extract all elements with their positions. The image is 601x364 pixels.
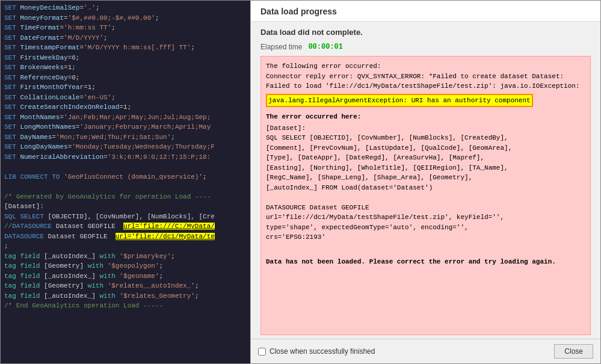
code-line: SET NumericalAbbreviation='3:k;6:M;9:G;1…: [4, 152, 247, 162]
close-when-finished-checkbox[interactable]: [258, 348, 266, 356]
code-line: [Dataset]:: [4, 202, 247, 212]
highlighted-error: java.lang.IllegalArgumentException: URI …: [266, 94, 533, 108]
elapsed-label: Elapsed time: [260, 43, 302, 51]
code-line: //DATASOURCE Dataset GEOFILE url='file:/…: [4, 221, 247, 232]
error-message-1: Connector reply error: QVX_SYNTAX_ERROR:…: [266, 72, 585, 91]
code-line: SET TimestampFormat='M/D/YYYY h:mm:ss[.f…: [4, 43, 247, 53]
close-when-finished-label: Close when successfully finished: [270, 347, 375, 356]
code-line: SQL SELECT [OBJECTID], [CovNumber], [Num…: [4, 212, 247, 222]
dialog-title: Data load progress: [260, 7, 591, 16]
checkbox-row[interactable]: Close when successfully finished: [258, 347, 375, 356]
error-output-box[interactable]: The following error occurred: Connector …: [260, 56, 591, 335]
error-occurred-here-title: The error occurred here:: [266, 112, 585, 122]
code-line: tag field [Geometry] with '$relates__aut…: [4, 281, 247, 291]
code-line: SET CollationLocale='en-US';: [4, 93, 247, 103]
final-error-message: Data has not been loaded. Please correct…: [266, 247, 585, 267]
code-line: SET LongMonthNames='January;February;Mar…: [4, 122, 247, 132]
error-sql-block: [Dataset]: SQL SELECT [OBJECTID], [CovNu…: [266, 123, 585, 193]
code-line: SET LongDayNames='Monday;Tuesday;Wednesd…: [4, 142, 247, 152]
elapsed-row: Elapsed time 00:00:01: [260, 43, 591, 51]
dialog-footer: Close when successfully finished Close: [251, 339, 600, 363]
close-button[interactable]: Close: [554, 344, 593, 359]
code-line: tag field [_autoIndex_] with '$geoname';: [4, 271, 247, 282]
code-line: SET CreateSearchIndexOnReload=1;: [4, 102, 247, 113]
dialog-body: Data load did not complete. Elapsed time…: [251, 22, 600, 339]
code-line: /* End GeoAnalytics operation Load -----: [4, 301, 247, 311]
code-line: LIB CONNECT TO 'GeoPlusConnect (domain_q…: [4, 172, 247, 182]
code-line: SET FirstWeekDay=6;: [4, 53, 247, 63]
code-line: SET TimeFormat='h:mm:ss TT';: [4, 23, 247, 33]
elapsed-value: 00:00:01: [308, 43, 343, 51]
code-line: [4, 162, 247, 172]
code-line: [4, 182, 247, 192]
main-container: SET MoneyDecimalSep='.'; SET MoneyFormat…: [0, 0, 601, 364]
load-status: Data load did not complete.: [260, 28, 591, 37]
error-highlight-block: java.lang.IllegalArgumentException: URI …: [266, 94, 585, 108]
code-line: SET MoneyFormat='$#,##0.00;-$#,##0.00';: [4, 13, 247, 23]
code-editor-panel: SET MoneyDecimalSep='.'; SET MoneyFormat…: [1, 1, 250, 363]
code-line: SET MoneyDecimalSep='.';: [4, 3, 247, 13]
code-line: tag field [Geometry] with '$geopolygon';: [4, 261, 247, 271]
code-line: SET DateFormat='M/D/YYYY';: [4, 33, 247, 43]
error-intro: The following error occurred:: [266, 61, 585, 72]
code-line: SET DayNames='Mon;Tue;Wed;Thu;Fri;Sat;Su…: [4, 132, 247, 143]
error-datasource-block: DATASOURCE Dataset GEOFILE url='file://d…: [266, 203, 585, 242]
code-line: DATASOURCE Dataset GEOFILE url='file://d…: [4, 232, 247, 242]
code-line: SET FirstMonthOfYear=1;: [4, 82, 247, 93]
code-line: tag field [_autoIndex_] with '$primaryke…: [4, 251, 247, 262]
code-line: tag field [_autoIndex_] with '$relates_G…: [4, 291, 247, 301]
code-line: SET ReferenceDay=0;: [4, 73, 247, 83]
code-line: ;: [4, 241, 247, 251]
code-line: SET MonthNames='Jan;Feb;Mar;Apr;May;Jun;…: [4, 113, 247, 123]
dialog-header: Data load progress: [251, 1, 600, 22]
code-line: SET BrokenWeeks=1;: [4, 63, 247, 73]
code-line: /* Generated by GeoAnalytics for operati…: [4, 192, 247, 202]
data-load-dialog: Data load progress Data load did not com…: [250, 1, 600, 363]
